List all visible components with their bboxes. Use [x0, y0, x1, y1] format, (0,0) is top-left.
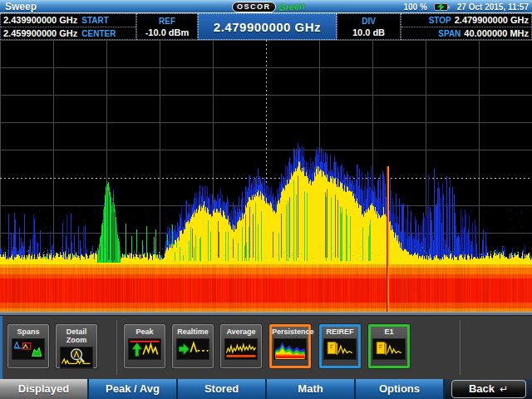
peak-icon	[128, 338, 161, 360]
spectrum-canvas[interactable]	[0, 40, 532, 315]
ref-label: REF	[159, 16, 175, 27]
title-bar: Sweep OSCOR Green 100 % 27 Oct 2015, 11:…	[0, 0, 532, 13]
tuned-frequency-box[interactable]: 2.479900000 GHz	[198, 13, 337, 40]
status-area: 100 % 27 Oct 2015, 11:57	[403, 0, 529, 13]
button-label: Persistence	[272, 328, 314, 336]
toolbar-button-average[interactable]: Average	[220, 324, 262, 368]
brand-series-logo: Green	[278, 1, 305, 12]
start-center-cell[interactable]: 2.439900000 GHz START 2.459900000 GHz CE…	[0, 13, 136, 40]
start-value: 2.439900000 GHz	[3, 14, 77, 27]
settings-bar: 2.439900000 GHz START 2.459900000 GHz CE…	[0, 13, 532, 40]
oscor-screen: { "header": { "title": "Sweep", "brand":…	[0, 0, 532, 399]
battery-percent: 100 %	[403, 2, 426, 12]
tuned-frequency-value: 2.479900000 GHz	[214, 20, 321, 34]
e1-icon	[372, 338, 406, 360]
center-value: 2.459900000 GHz	[3, 27, 77, 40]
average-icon	[224, 338, 258, 360]
div-cell[interactable]: DIV 10.0 dB	[337, 13, 401, 40]
reiref-icon	[323, 338, 357, 360]
div-value: 10.0 dB	[352, 27, 385, 38]
div-label: DIV	[362, 16, 376, 27]
brand-logo: OSCOR	[232, 2, 276, 12]
toolbar-button-peak[interactable]: Peak	[124, 324, 165, 368]
toolbar-panel: Spans Detail Zoom Peak	[0, 315, 532, 379]
span-label: SPAN	[438, 27, 461, 40]
button-label: Realtime	[177, 328, 209, 336]
toolbar-button-reiref[interactable]: REIREF	[319, 324, 361, 368]
button-label: Spans	[17, 328, 39, 336]
stop-row[interactable]: STOP 2.479900000 GHz	[401, 14, 531, 27]
toolbar-button-detail-zoom[interactable]: Detail Zoom	[56, 324, 97, 368]
button-label: REIREF	[326, 328, 353, 336]
stop-value: 2.479900000 GHz	[455, 14, 529, 27]
panel-edge-strip	[0, 316, 2, 380]
bottom-tab-bar: Displayed Peak / Avg Stored Math Options…	[0, 379, 532, 399]
toolbar-divider	[460, 320, 461, 375]
realtime-icon	[176, 338, 209, 360]
datetime: 27 Oct 2015, 11:57	[457, 2, 529, 12]
toolbar-button-realtime[interactable]: Realtime	[172, 324, 214, 368]
back-button[interactable]: Back ↵	[451, 380, 526, 398]
page-title: Sweep	[5, 1, 37, 12]
center-label: CENTER	[81, 27, 116, 40]
detail-zoom-icon	[60, 347, 93, 368]
toolbar-divider	[116, 320, 117, 375]
persistence-icon	[273, 338, 307, 360]
back-label: Back	[469, 379, 495, 399]
span-row[interactable]: SPAN 40.000000 MHz	[401, 27, 531, 41]
spans-icon	[12, 338, 45, 360]
stop-span-cell[interactable]: STOP 2.479900000 GHz SPAN 40.000000 MHz	[401, 13, 532, 40]
toolbar-button-e1[interactable]: E1	[368, 324, 410, 368]
stop-label: STOP	[429, 14, 451, 27]
return-arrow-icon: ↵	[500, 379, 508, 399]
battery-charging-icon	[434, 2, 451, 12]
button-label: E1	[384, 328, 393, 336]
start-label: START	[81, 14, 109, 27]
span-value: 40.000000 MHz	[464, 27, 529, 40]
tab-math[interactable]: Math	[267, 379, 356, 399]
toolbar-button-persistence[interactable]: Persistence	[269, 324, 311, 368]
ref-cell[interactable]: REF -10.0 dBm	[136, 13, 198, 40]
start-row[interactable]: 2.439900000 GHz START	[1, 14, 135, 27]
oscor-logo: OSCOR Green	[232, 1, 304, 12]
tab-peak-avg[interactable]: Peak / Avg	[89, 379, 178, 399]
tab-stored[interactable]: Stored	[178, 379, 267, 399]
toolbar-button-spans[interactable]: Spans	[7, 324, 49, 368]
button-label: Detail Zoom	[66, 328, 87, 344]
tab-options[interactable]: Options	[356, 379, 445, 399]
button-label: Average	[226, 328, 255, 336]
button-label: Peak	[135, 328, 153, 336]
center-row[interactable]: 2.459900000 GHz CENTER	[1, 27, 135, 41]
tab-displayed[interactable]: Displayed	[0, 379, 89, 399]
back-segment: Back ↵	[445, 379, 532, 399]
ref-value: -10.0 dBm	[145, 27, 190, 38]
